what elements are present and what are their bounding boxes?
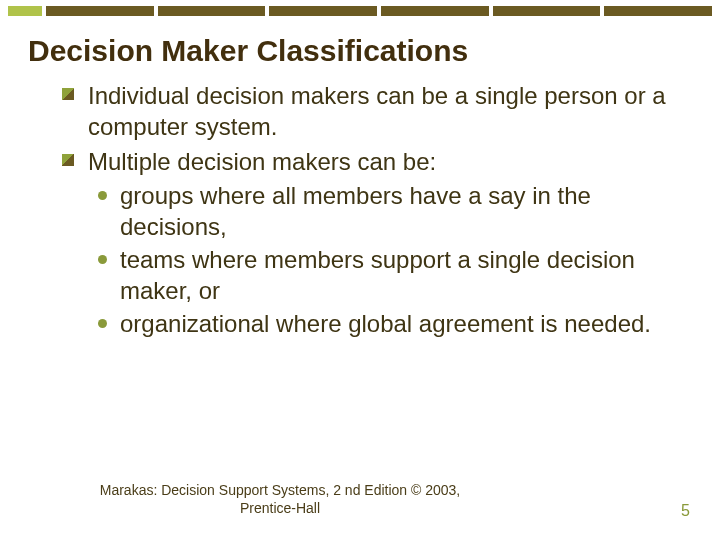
bar-segment [493, 6, 601, 16]
page-number: 5 [681, 502, 690, 520]
bullet-text: Multiple decision makers can be: [88, 148, 436, 175]
decorative-top-bar [0, 0, 720, 16]
sub-lead: organizational [120, 310, 269, 337]
bar-segment [8, 6, 42, 16]
sub-rest: where members support a single decision … [120, 246, 635, 304]
bullet-item: Multiple decision makers can be: groups … [58, 146, 674, 339]
sub-bullet-item: teams where members support a single dec… [94, 244, 674, 306]
bar-segment [46, 6, 154, 16]
bar-segment [604, 6, 712, 16]
footer-line2: Prentice-Hall [240, 500, 320, 516]
sub-lead: groups [120, 182, 193, 209]
bullet-text: Individual decision makers can be a sing… [88, 82, 666, 140]
footer-text: Marakas: Decision Support Systems, 2 nd … [80, 482, 480, 517]
sub-rest: where global agreement is needed. [269, 310, 651, 337]
bullet-item: Individual decision makers can be a sing… [58, 80, 674, 142]
bar-segment [269, 6, 377, 16]
slide-title: Decision Maker Classifications [28, 34, 692, 68]
footer-line1: Marakas: Decision Support Systems, 2 nd … [100, 482, 461, 498]
sub-bullet-list: groups where all members have a say in t… [94, 180, 674, 340]
sub-bullet-item: groups where all members have a say in t… [94, 180, 674, 242]
slide-body: Individual decision makers can be a sing… [58, 80, 674, 340]
bar-segment [381, 6, 489, 16]
slide-footer: Marakas: Decision Support Systems, 2 nd … [0, 482, 720, 522]
slide: Decision Maker Classifications Individua… [0, 0, 720, 540]
sub-bullet-item: organizational where global agreement is… [94, 308, 674, 339]
bullet-list: Individual decision makers can be a sing… [58, 80, 674, 340]
sub-lead: teams [120, 246, 185, 273]
bar-segment [158, 6, 266, 16]
